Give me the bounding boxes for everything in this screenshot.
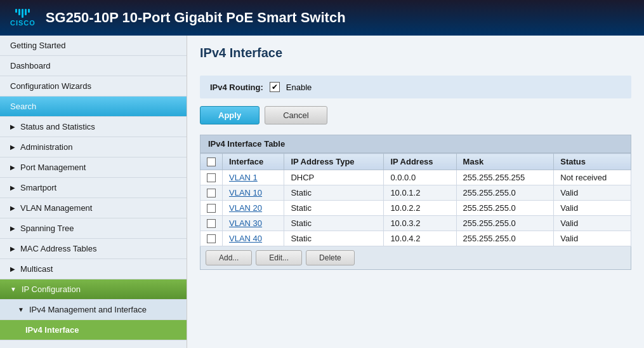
cisco-bar-4 bbox=[25, 9, 27, 15]
sidebar-item-ip-configuration[interactable]: ▼ IP Configuration bbox=[0, 279, 187, 300]
row-checkbox-4[interactable] bbox=[207, 234, 216, 243]
edit-button[interactable]: Edit... bbox=[256, 250, 302, 265]
sidebar: Getting Started Dashboard Configuration … bbox=[0, 36, 187, 348]
row-checkbox-cell bbox=[200, 216, 223, 231]
row-ip-type: Static bbox=[284, 185, 384, 201]
sidebar-label-mac-address-tables: MAC Address Tables bbox=[20, 244, 96, 253]
main-layout: Getting Started Dashboard Configuration … bbox=[0, 36, 644, 348]
col-ip-address: IP Address bbox=[384, 154, 456, 170]
btn-row: Apply Cancel bbox=[200, 106, 631, 124]
sidebar-item-spanning-tree[interactable]: ▶ Spanning Tree bbox=[0, 218, 187, 239]
row-checkbox-cell bbox=[200, 231, 223, 246]
sidebar-item-mac-address-tables[interactable]: ▶ MAC Address Tables bbox=[0, 239, 187, 259]
apply-button[interactable]: Apply bbox=[200, 106, 260, 124]
header-title: SG250-10P 10-Port Gigabit PoE Smart Swit… bbox=[46, 10, 346, 26]
row-checkbox-cell bbox=[200, 170, 223, 185]
cisco-text: CISCO bbox=[10, 19, 36, 27]
arrow-port: ▶ bbox=[10, 164, 15, 171]
cisco-logo: CISCO bbox=[10, 9, 36, 27]
table-row[interactable]: VLAN 1 DHCP 0.0.0.0 255.255.255.255 Not … bbox=[200, 170, 631, 185]
arrow-ip-config: ▼ bbox=[10, 286, 16, 293]
sidebar-item-multicast[interactable]: ▶ Multicast bbox=[0, 259, 187, 279]
sidebar-label-dashboard: Dashboard bbox=[10, 61, 51, 70]
sidebar-item-smartport[interactable]: ▶ Smartport bbox=[0, 178, 187, 198]
row-checkbox-0[interactable] bbox=[207, 173, 216, 182]
table-row[interactable]: VLAN 10 Static 10.0.1.2 255.255.255.0 Va… bbox=[200, 185, 631, 201]
arrow-vlan: ▶ bbox=[10, 204, 15, 211]
sidebar-item-port-management[interactable]: ▶ Port Management bbox=[0, 157, 187, 178]
arrow-spanning: ▶ bbox=[10, 225, 15, 232]
table-row[interactable]: VLAN 40 Static 10.0.4.2 255.255.255.0 Va… bbox=[200, 231, 631, 246]
col-checkbox bbox=[200, 154, 223, 170]
row-ip-type: Static bbox=[284, 201, 384, 216]
row-interface: VLAN 10 bbox=[223, 185, 284, 201]
sidebar-label-ip-configuration: IP Configuration bbox=[22, 284, 81, 294]
sidebar-label-ipv4-mgmt: IPv4 Management and Interface bbox=[29, 305, 147, 314]
ipv4-interface-table: Interface IP Address Type IP Address Mas… bbox=[200, 153, 631, 246]
col-ip-type: IP Address Type bbox=[284, 154, 384, 170]
row-ip-address: 0.0.0.0 bbox=[384, 170, 456, 185]
table-row[interactable]: VLAN 30 Static 10.0.3.2 255.255.255.0 Va… bbox=[200, 216, 631, 231]
row-mask: 255.255.255.0 bbox=[456, 201, 554, 216]
cisco-bars bbox=[15, 9, 30, 18]
sidebar-label-multicast: Multicast bbox=[20, 264, 53, 274]
routing-enable-label: Enable bbox=[286, 83, 312, 92]
arrow-status: ▶ bbox=[10, 123, 15, 130]
row-checkbox-cell bbox=[200, 185, 223, 201]
row-ip-address: 10.0.3.2 bbox=[384, 216, 456, 231]
cisco-bar-1 bbox=[15, 9, 17, 13]
table-row[interactable]: VLAN 20 Static 10.0.2.2 255.255.255.0 Va… bbox=[200, 201, 631, 216]
sidebar-item-getting-started[interactable]: Getting Started bbox=[0, 36, 187, 56]
row-ip-type: DHCP bbox=[284, 170, 384, 185]
row-interface: VLAN 30 bbox=[223, 216, 284, 231]
cancel-button[interactable]: Cancel bbox=[265, 106, 327, 124]
routing-label: IPv4 Routing: bbox=[210, 83, 263, 92]
delete-button[interactable]: Delete bbox=[306, 250, 355, 265]
row-ip-type: Static bbox=[284, 231, 384, 246]
sidebar-label-smartport: Smartport bbox=[20, 183, 56, 192]
sidebar-item-ipv4-mgmt[interactable]: ▼ IPv4 Management and Interface bbox=[0, 300, 187, 320]
cisco-bar-2 bbox=[18, 9, 20, 15]
cisco-bar-5 bbox=[28, 9, 30, 13]
sidebar-item-vlan-management[interactable]: ▶ VLAN Management bbox=[0, 198, 187, 218]
sidebar-item-dashboard[interactable]: Dashboard bbox=[0, 56, 187, 76]
table-title: IPv4 Interface Table bbox=[200, 135, 631, 153]
arrow-mac: ▶ bbox=[10, 245, 15, 252]
sidebar-item-status-statistics[interactable]: ▶ Status and Statistics bbox=[0, 117, 187, 137]
sidebar-label-config-wizards: Configuration Wizards bbox=[10, 81, 91, 91]
arrow-admin: ▶ bbox=[10, 144, 15, 151]
sidebar-label-ipv4-interface: IPv4 Interface bbox=[25, 325, 79, 335]
table-header-row: Interface IP Address Type IP Address Mas… bbox=[200, 154, 631, 170]
row-ip-type: Static bbox=[284, 216, 384, 231]
header: CISCO SG250-10P 10-Port Gigabit PoE Smar… bbox=[0, 0, 644, 36]
cisco-bar-3 bbox=[22, 9, 23, 18]
row-checkbox-1[interactable] bbox=[207, 189, 216, 197]
routing-row: IPv4 Routing: ✔ Enable bbox=[200, 76, 631, 98]
arrow-ipv4-mgmt: ▼ bbox=[18, 306, 24, 313]
row-checkbox-3[interactable] bbox=[207, 219, 216, 228]
sidebar-item-administration[interactable]: ▶ Administration bbox=[0, 137, 187, 157]
row-interface: VLAN 40 bbox=[223, 231, 284, 246]
row-ip-address: 10.0.2.2 bbox=[384, 201, 456, 216]
sidebar-item-ipv4-interface[interactable]: IPv4 Interface bbox=[0, 320, 187, 340]
row-checkbox-2[interactable] bbox=[207, 204, 216, 213]
ipv4-routing-checkbox[interactable]: ✔ bbox=[270, 82, 280, 92]
row-ip-address: 10.0.1.2 bbox=[384, 185, 456, 201]
row-mask: 255.255.255.255 bbox=[456, 170, 554, 185]
row-mask: 255.255.255.0 bbox=[456, 185, 554, 201]
sidebar-label-port-management: Port Management bbox=[20, 163, 86, 172]
table-actions: Add... Edit... Delete bbox=[200, 246, 631, 270]
sidebar-item-search[interactable]: Search bbox=[0, 97, 187, 117]
header-checkbox[interactable] bbox=[207, 157, 216, 166]
sidebar-item-config-wizards[interactable]: Configuration Wizards bbox=[0, 76, 187, 97]
col-interface: Interface bbox=[223, 154, 284, 170]
sidebar-label-vlan-management: VLAN Management bbox=[20, 203, 92, 213]
row-status: Valid bbox=[554, 185, 631, 201]
add-button[interactable]: Add... bbox=[206, 250, 252, 265]
arrow-smartport: ▶ bbox=[10, 184, 15, 191]
row-checkbox-cell bbox=[200, 201, 223, 216]
sidebar-label-administration: Administration bbox=[20, 142, 72, 152]
col-mask: Mask bbox=[456, 154, 554, 170]
row-status: Valid bbox=[554, 216, 631, 231]
col-status: Status bbox=[554, 154, 631, 170]
